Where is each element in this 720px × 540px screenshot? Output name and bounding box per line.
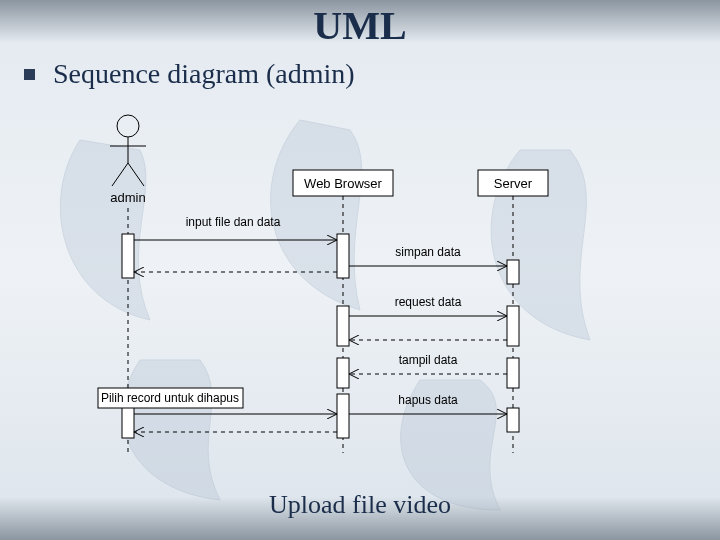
svg-line-3	[112, 163, 128, 186]
svg-rect-17	[507, 306, 519, 346]
msg-hapus-data: hapus data	[398, 393, 458, 407]
svg-rect-16	[507, 260, 519, 284]
bullet-row: Sequence diagram (admin)	[24, 58, 355, 90]
actor-admin-label: admin	[110, 190, 145, 205]
actor-admin: admin	[110, 115, 146, 205]
svg-rect-15	[337, 394, 349, 438]
svg-rect-10	[122, 234, 134, 278]
svg-rect-13	[337, 306, 349, 346]
svg-rect-14	[337, 358, 349, 388]
lifeline-server-label: Server	[494, 176, 533, 191]
lifeline-server: Server	[478, 170, 548, 196]
slide-title: UML	[0, 2, 720, 49]
svg-point-0	[117, 115, 139, 137]
msg-simpan-data: simpan data	[395, 245, 461, 259]
slide: UML Sequence diagram (admin) admin	[0, 0, 720, 540]
svg-line-4	[128, 163, 144, 186]
msg-request-data: request data	[395, 295, 462, 309]
svg-rect-12	[337, 234, 349, 278]
msg-input-file-dan-data: input file dan data	[186, 215, 281, 229]
lifeline-browser: Web Browser	[293, 170, 393, 196]
msg-pilih-record: Pilih record untuk dihapus	[101, 391, 239, 405]
svg-rect-18	[507, 358, 519, 388]
svg-rect-19	[507, 408, 519, 432]
sequence-diagram: admin Web Browser Server	[78, 108, 576, 468]
caption: Upload file video	[0, 490, 720, 520]
msg-tampil-data: tampil data	[399, 353, 458, 367]
bullet-icon	[24, 69, 35, 80]
bullet-text: Sequence diagram (admin)	[53, 58, 355, 90]
lifeline-browser-label: Web Browser	[304, 176, 382, 191]
